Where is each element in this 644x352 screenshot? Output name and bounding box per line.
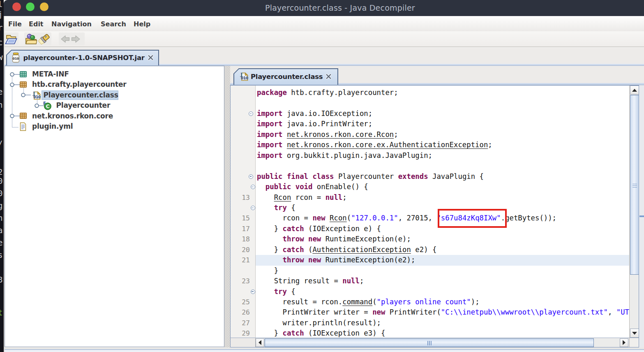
jar-icon: 010 — [12, 52, 20, 63]
open-type-button[interactable] — [25, 32, 37, 45]
code-token-kw: catch — [282, 225, 304, 233]
search-flashlight-icon — [38, 33, 51, 45]
code-line: result = rcon.command("players online co… — [256, 297, 629, 307]
terminal-text-fragment: g — [0, 201, 4, 210]
code-token-pl: rcon = — [291, 193, 325, 201]
line-number: 26 — [242, 307, 250, 317]
code-token-pl: , — [608, 308, 616, 316]
menu-bar: FileEditNavigationSearchHelp — [4, 16, 644, 31]
maximize-window-button[interactable] — [40, 2, 48, 11]
terminal-text-fragment: r — [0, 23, 4, 32]
code-line: import java.io.IOException; — [256, 109, 629, 119]
tree-node-playercounter-class[interactable]: 010 JPlayercounter.class — [5, 90, 224, 100]
screenshot-stage: ljrcweh/200gnaes8t Playercounter.class -… — [0, 0, 644, 352]
code-line: public final class Playercounter extends… — [256, 171, 629, 182]
code-token-pl: ( — [372, 298, 376, 306]
tree-node-meta-inf[interactable]: META-INF — [5, 69, 224, 79]
menu-search[interactable]: Search — [101, 17, 126, 31]
code-token-lnk: net.kronos.rkon.core.Rcon — [287, 130, 394, 139]
code-token-kw: throw — [282, 256, 304, 264]
horizontal-scrollbar-thumb[interactable] — [265, 338, 594, 347]
left-arrow-icon — [259, 340, 261, 345]
code-token-kw: public — [257, 172, 282, 181]
code-scroll-pane: 1315171820212325262729 package htb.craft… — [230, 85, 639, 347]
close-window-button[interactable] — [12, 2, 21, 11]
scroll-up-button[interactable] — [630, 86, 639, 95]
close-icon[interactable] — [325, 73, 332, 80]
package-icon — [19, 80, 28, 89]
code-token-pl: result = rcon. — [257, 298, 342, 306]
line-number: 25 — [242, 297, 250, 307]
tree-node-net-kronos-rkon-core[interactable]: net.kronos.rkon.core — [5, 111, 224, 121]
scrollbar-thumb-grip — [632, 185, 637, 186]
code-token-kw: import — [257, 109, 282, 118]
menu-help[interactable]: Help — [134, 17, 150, 31]
code-token-pl: java.io.PrintWriter; — [282, 120, 372, 128]
right-arrow-icon — [623, 340, 626, 345]
open-file-icon — [5, 33, 17, 45]
code-token-pl: PrintWriter( — [385, 308, 441, 316]
search-button[interactable] — [38, 32, 51, 45]
terminal-text-fragment: / — [0, 139, 4, 148]
code-token-pl: ); — [471, 298, 480, 306]
horizontal-scrollbar[interactable] — [231, 338, 629, 347]
tree-node-label: Playercounter — [56, 100, 111, 111]
fold-minus-icon[interactable] — [251, 185, 255, 189]
vertical-scrollbar-thumb[interactable] — [630, 95, 639, 275]
code-token-kw: null — [342, 277, 360, 285]
tree-expander-icon[interactable] — [21, 92, 32, 98]
open-file-button[interactable] — [5, 32, 17, 45]
code-line — [256, 161, 629, 171]
tab-content: 010 J Playercounter.class — [233, 68, 338, 85]
fold-minus-icon[interactable] — [249, 174, 253, 179]
terminal-text-fragment: w — [0, 53, 4, 61]
scrollbar-thumb-grip — [632, 184, 637, 185]
tree-node-htb-crafty-playercounter[interactable]: htb.crafty.playercounter — [5, 79, 224, 90]
open-type-icon — [25, 33, 37, 45]
code-editor[interactable]: package htb.crafty.playercounter;import … — [256, 86, 629, 338]
menu-file[interactable]: File — [8, 17, 22, 31]
tree-node-playercounter[interactable]: F CPlayercounter — [5, 100, 224, 111]
menu-navigation[interactable]: Navigation — [51, 17, 92, 31]
menu-edit[interactable]: Edit — [29, 17, 44, 31]
scroll-left-button[interactable] — [256, 338, 264, 347]
window-bottom-shadow — [4, 350, 644, 352]
class-tab-label: Playercounter.class — [251, 73, 323, 81]
terminal-text-fragment: 0 — [0, 177, 4, 185]
code-line: Rcon rcon = null; — [256, 192, 629, 203]
scroll-right-button[interactable] — [620, 338, 628, 347]
fold-minus-icon[interactable] — [249, 111, 253, 116]
fold-minus-icon[interactable] — [251, 206, 255, 210]
tree-node-plugin-yml[interactable]: plugin.yml — [5, 121, 224, 132]
code-token-kw: class — [312, 172, 334, 181]
code-line: } catch (AuthenticationException e2) { — [256, 245, 629, 255]
tab-jar[interactable]: 010 playercounter-1.0-SNAPSHOT.jar — [6, 50, 159, 65]
package-teal-icon — [19, 70, 28, 79]
line-number: 18 — [242, 234, 250, 244]
close-icon[interactable] — [147, 54, 154, 61]
svg-text:J: J — [32, 91, 35, 96]
code-token-pl: JavaPlugin { — [428, 172, 484, 181]
tab-class[interactable]: 010 J Playercounter.class — [233, 68, 338, 85]
code-token-pl: } — [257, 266, 278, 275]
terminal-text-fragment: e — [0, 239, 4, 247]
fold-minus-icon[interactable] — [251, 289, 255, 294]
code-line: import java.io.PrintWriter; — [256, 119, 629, 129]
scroll-down-button[interactable] — [630, 329, 639, 338]
toolbar-separator — [4, 46, 644, 48]
code-token-lnk: command — [342, 298, 372, 306]
minimize-window-button[interactable] — [26, 2, 35, 11]
vertical-scrollbar[interactable] — [629, 86, 639, 338]
code-token-kw: try — [274, 287, 287, 296]
horizontal-scrollbar-track[interactable] — [256, 338, 629, 347]
code-token-pl: PrintWriter writer = — [257, 308, 372, 316]
scrollbar-thumb-grip — [427, 341, 428, 345]
line-number: 17 — [242, 224, 250, 234]
forward-button — [69, 32, 82, 45]
code-line: try { — [256, 287, 629, 297]
code-token-kw: package — [257, 88, 287, 97]
split-pane-divider[interactable] — [224, 66, 230, 347]
scrollbar-corner-right — [629, 338, 639, 347]
down-arrow-icon — [632, 332, 637, 335]
code-token-pl — [257, 256, 282, 264]
